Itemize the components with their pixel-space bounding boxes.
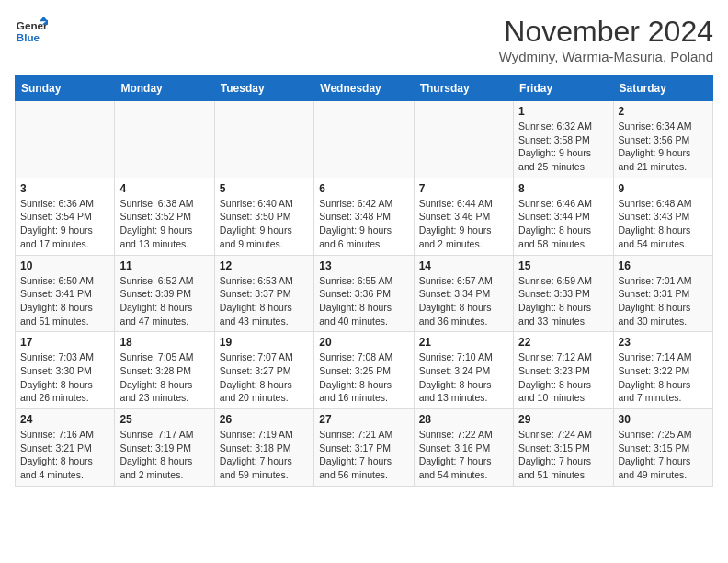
day-cell xyxy=(16,101,115,178)
day-cell: 20Sunrise: 7:08 AM Sunset: 3:25 PM Dayli… xyxy=(314,332,414,409)
day-info: Sunrise: 6:57 AM Sunset: 3:34 PM Dayligh… xyxy=(419,274,508,328)
day-cell xyxy=(115,101,214,178)
day-number: 1 xyxy=(518,105,608,118)
day-cell: 10Sunrise: 6:50 AM Sunset: 3:41 PM Dayli… xyxy=(16,255,115,332)
header: General Blue November 2024 Wydminy, Warm… xyxy=(15,15,713,64)
day-cell: 26Sunrise: 7:19 AM Sunset: 3:18 PM Dayli… xyxy=(214,409,313,487)
day-cell: 30Sunrise: 7:25 AM Sunset: 3:15 PM Dayli… xyxy=(613,409,712,487)
day-info: Sunrise: 7:08 AM Sunset: 3:25 PM Dayligh… xyxy=(319,350,408,405)
week-row-3: 10Sunrise: 6:50 AM Sunset: 3:41 PM Dayli… xyxy=(16,255,713,332)
day-cell: 27Sunrise: 7:21 AM Sunset: 3:17 PM Dayli… xyxy=(314,409,414,487)
day-number: 25 xyxy=(119,413,209,426)
week-row-5: 24Sunrise: 7:16 AM Sunset: 3:21 PM Dayli… xyxy=(16,409,713,487)
title-area: November 2024 Wydminy, Warmia-Masuria, P… xyxy=(499,15,713,64)
day-info: Sunrise: 7:10 AM Sunset: 3:24 PM Dayligh… xyxy=(419,350,508,405)
svg-text:Blue: Blue xyxy=(17,31,40,43)
day-cell: 11Sunrise: 6:52 AM Sunset: 3:39 PM Dayli… xyxy=(115,255,214,332)
day-info: Sunrise: 6:44 AM Sunset: 3:46 PM Dayligh… xyxy=(419,197,508,251)
day-info: Sunrise: 7:03 AM Sunset: 3:30 PM Dayligh… xyxy=(20,350,109,405)
day-cell: 28Sunrise: 7:22 AM Sunset: 3:16 PM Dayli… xyxy=(414,409,513,487)
day-info: Sunrise: 6:52 AM Sunset: 3:39 PM Dayligh… xyxy=(119,274,209,328)
day-info: Sunrise: 7:24 AM Sunset: 3:15 PM Dayligh… xyxy=(518,428,608,482)
day-number: 17 xyxy=(20,336,109,349)
col-header-sunday: Sunday xyxy=(16,76,115,101)
day-cell: 12Sunrise: 6:53 AM Sunset: 3:37 PM Dayli… xyxy=(214,255,313,332)
day-number: 15 xyxy=(518,259,608,272)
day-number: 20 xyxy=(319,336,408,349)
day-number: 28 xyxy=(419,413,508,426)
day-info: Sunrise: 7:22 AM Sunset: 3:16 PM Dayligh… xyxy=(419,428,508,482)
day-cell: 22Sunrise: 7:12 AM Sunset: 3:23 PM Dayli… xyxy=(514,332,613,409)
day-info: Sunrise: 7:14 AM Sunset: 3:22 PM Dayligh… xyxy=(619,350,708,405)
day-info: Sunrise: 6:34 AM Sunset: 3:56 PM Dayligh… xyxy=(619,120,708,174)
day-cell: 3Sunrise: 6:36 AM Sunset: 3:54 PM Daylig… xyxy=(16,178,115,255)
day-number: 26 xyxy=(220,413,309,426)
day-cell: 1Sunrise: 6:32 AM Sunset: 3:58 PM Daylig… xyxy=(514,101,613,178)
day-info: Sunrise: 6:59 AM Sunset: 3:33 PM Dayligh… xyxy=(518,274,608,328)
day-info: Sunrise: 7:05 AM Sunset: 3:28 PM Dayligh… xyxy=(119,350,209,405)
col-header-thursday: Thursday xyxy=(414,76,513,101)
day-cell: 23Sunrise: 7:14 AM Sunset: 3:22 PM Dayli… xyxy=(613,332,712,409)
day-number: 21 xyxy=(419,336,508,349)
day-info: Sunrise: 6:55 AM Sunset: 3:36 PM Dayligh… xyxy=(319,274,408,328)
day-cell: 15Sunrise: 6:59 AM Sunset: 3:33 PM Dayli… xyxy=(514,255,613,332)
day-number: 2 xyxy=(619,105,708,118)
day-info: Sunrise: 7:21 AM Sunset: 3:17 PM Dayligh… xyxy=(319,428,408,482)
day-number: 8 xyxy=(518,182,608,195)
subtitle: Wydminy, Warmia-Masuria, Poland xyxy=(499,49,713,64)
day-number: 22 xyxy=(518,336,608,349)
day-cell: 6Sunrise: 6:42 AM Sunset: 3:48 PM Daylig… xyxy=(314,178,414,255)
day-cell: 19Sunrise: 7:07 AM Sunset: 3:27 PM Dayli… xyxy=(214,332,313,409)
col-header-monday: Monday xyxy=(115,76,214,101)
calendar-table: SundayMondayTuesdayWednesdayThursdayFrid… xyxy=(15,75,713,487)
day-cell: 16Sunrise: 7:01 AM Sunset: 3:31 PM Dayli… xyxy=(613,255,712,332)
day-number: 23 xyxy=(619,336,708,349)
day-number: 29 xyxy=(518,413,608,426)
day-info: Sunrise: 7:17 AM Sunset: 3:19 PM Dayligh… xyxy=(119,428,209,482)
col-header-friday: Friday xyxy=(514,76,613,101)
day-cell: 7Sunrise: 6:44 AM Sunset: 3:46 PM Daylig… xyxy=(414,178,513,255)
day-cell: 14Sunrise: 6:57 AM Sunset: 3:34 PM Dayli… xyxy=(414,255,513,332)
day-info: Sunrise: 6:53 AM Sunset: 3:37 PM Dayligh… xyxy=(220,274,309,328)
day-cell: 4Sunrise: 6:38 AM Sunset: 3:52 PM Daylig… xyxy=(115,178,214,255)
day-info: Sunrise: 6:42 AM Sunset: 3:48 PM Dayligh… xyxy=(319,197,408,251)
day-number: 24 xyxy=(20,413,109,426)
day-number: 27 xyxy=(319,413,408,426)
day-number: 16 xyxy=(619,259,708,272)
day-info: Sunrise: 6:38 AM Sunset: 3:52 PM Dayligh… xyxy=(119,197,209,251)
day-info: Sunrise: 6:40 AM Sunset: 3:50 PM Dayligh… xyxy=(220,197,309,251)
day-number: 11 xyxy=(119,259,209,272)
day-number: 30 xyxy=(619,413,708,426)
day-info: Sunrise: 7:01 AM Sunset: 3:31 PM Dayligh… xyxy=(619,274,708,328)
col-header-tuesday: Tuesday xyxy=(214,76,313,101)
day-number: 12 xyxy=(220,259,309,272)
day-number: 19 xyxy=(220,336,309,349)
day-cell xyxy=(314,101,414,178)
day-cell: 21Sunrise: 7:10 AM Sunset: 3:24 PM Dayli… xyxy=(414,332,513,409)
day-cell: 29Sunrise: 7:24 AM Sunset: 3:15 PM Dayli… xyxy=(514,409,613,487)
week-row-1: 1Sunrise: 6:32 AM Sunset: 3:58 PM Daylig… xyxy=(16,101,713,178)
day-info: Sunrise: 6:32 AM Sunset: 3:58 PM Dayligh… xyxy=(518,120,608,174)
day-number: 9 xyxy=(619,182,708,195)
day-cell: 8Sunrise: 6:46 AM Sunset: 3:44 PM Daylig… xyxy=(514,178,613,255)
day-number: 14 xyxy=(419,259,508,272)
day-info: Sunrise: 7:19 AM Sunset: 3:18 PM Dayligh… xyxy=(220,428,309,482)
day-info: Sunrise: 6:48 AM Sunset: 3:43 PM Dayligh… xyxy=(619,197,708,251)
day-info: Sunrise: 6:50 AM Sunset: 3:41 PM Dayligh… xyxy=(20,274,109,328)
logo: General Blue xyxy=(15,15,48,48)
logo-icon: General Blue xyxy=(15,15,48,48)
day-cell: 18Sunrise: 7:05 AM Sunset: 3:28 PM Dayli… xyxy=(115,332,214,409)
day-cell: 5Sunrise: 6:40 AM Sunset: 3:50 PM Daylig… xyxy=(214,178,313,255)
week-row-4: 17Sunrise: 7:03 AM Sunset: 3:30 PM Dayli… xyxy=(16,332,713,409)
day-info: Sunrise: 6:46 AM Sunset: 3:44 PM Dayligh… xyxy=(518,197,608,251)
week-row-2: 3Sunrise: 6:36 AM Sunset: 3:54 PM Daylig… xyxy=(16,178,713,255)
day-info: Sunrise: 7:07 AM Sunset: 3:27 PM Dayligh… xyxy=(220,350,309,405)
day-cell: 24Sunrise: 7:16 AM Sunset: 3:21 PM Dayli… xyxy=(16,409,115,487)
header-row: SundayMondayTuesdayWednesdayThursdayFrid… xyxy=(16,76,713,101)
day-number: 13 xyxy=(319,259,408,272)
main-title: November 2024 xyxy=(499,15,713,49)
day-info: Sunrise: 7:12 AM Sunset: 3:23 PM Dayligh… xyxy=(518,350,608,405)
day-number: 6 xyxy=(319,182,408,195)
day-cell xyxy=(214,101,313,178)
day-cell: 9Sunrise: 6:48 AM Sunset: 3:43 PM Daylig… xyxy=(613,178,712,255)
